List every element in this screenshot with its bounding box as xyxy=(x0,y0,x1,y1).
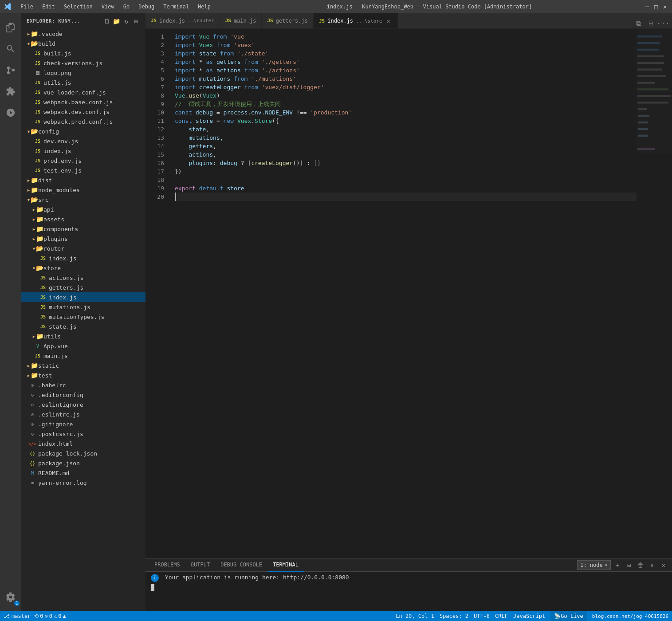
menu-file[interactable]: File xyxy=(17,3,37,11)
tree-item[interactable]: ⊙.gitignore xyxy=(21,419,145,429)
tree-item[interactable]: JSactions.js xyxy=(21,273,145,283)
tree-item[interactable]: ⊙.editorconfig xyxy=(21,390,145,400)
tree-item[interactable]: ▸📁test xyxy=(21,370,145,380)
tree-item[interactable]: ▸📁plugins xyxy=(21,234,145,244)
folder-open-icon: ▾📂 xyxy=(28,39,36,47)
trash-icon[interactable]: 🗑 xyxy=(636,560,645,570)
panel-tab-terminal[interactable]: TERMINAL xyxy=(267,558,304,572)
menu-selection[interactable]: Selection xyxy=(60,3,96,11)
tree-item[interactable]: ⊙.babelrc xyxy=(21,380,145,390)
tree-item[interactable]: JSwebpack.base.conf.js xyxy=(21,97,145,107)
tree-item[interactable]: ≡yarn-error.log xyxy=(21,478,145,487)
sync-status[interactable]: ⟲ 0 ⊗ 0 ⚠ 0 ▲ xyxy=(34,613,66,619)
tree-item[interactable]: ⊙.eslintrc.js xyxy=(21,409,145,419)
tree-item[interactable]: ▾📂store xyxy=(21,263,145,273)
tab-main[interactable]: JS main.js xyxy=(220,13,262,28)
collapse-icon[interactable]: ⊟ xyxy=(132,17,140,25)
cursor-position[interactable]: Ln 20, Col 1 xyxy=(396,613,434,619)
tree-item[interactable]: ▸📁dist xyxy=(21,175,145,185)
tree-item[interactable]: 🖼logo.png xyxy=(21,68,145,78)
tree-item[interactable]: JStest.env.js xyxy=(21,165,145,175)
tree-item[interactable]: ▾📂router xyxy=(21,244,145,253)
tree-item[interactable]: JSwebpack.dev.conf.js xyxy=(21,107,145,117)
tree-item[interactable]: JSstate.js xyxy=(21,322,145,331)
folder-open-icon: ▾📂 xyxy=(28,196,36,204)
activity-search[interactable] xyxy=(0,38,21,59)
minimize-button[interactable]: ─ xyxy=(644,4,650,9)
indentation[interactable]: Spaces: 2 xyxy=(440,613,468,619)
split-editor-icon[interactable]: ⧉ xyxy=(633,18,644,28)
layout-icon[interactable]: ⊞ xyxy=(645,18,656,28)
tree-item[interactable]: ▸📁static xyxy=(21,361,145,370)
tab-index-router[interactable]: JS index.js ..\router xyxy=(145,13,220,28)
tree-item[interactable]: JSbuild.js xyxy=(21,48,145,58)
tree-item[interactable]: MREADME.md xyxy=(21,468,145,478)
tree-item[interactable]: JSmain.js xyxy=(21,351,145,361)
tree-item[interactable]: ▸📁assets xyxy=(21,214,145,224)
activity-source-control[interactable] xyxy=(0,59,21,81)
tree-item[interactable]: JSutils.js xyxy=(21,78,145,87)
tree-item[interactable]: JSwebpack.prod.conf.js xyxy=(21,117,145,126)
refresh-icon[interactable]: ↻ xyxy=(122,17,130,25)
panel-tab-output[interactable]: OUTPUT xyxy=(185,558,215,572)
tab-index-store[interactable]: JS index.js ...\store ✕ xyxy=(314,13,398,28)
tree-item[interactable]: ▸📁api xyxy=(21,204,145,214)
panel-tab-problems[interactable]: PROBLEMS xyxy=(149,558,185,572)
more-icon[interactable]: ··· xyxy=(658,18,668,28)
tree-item[interactable]: ▸📁utils xyxy=(21,331,145,341)
maximize-button[interactable]: □ xyxy=(653,4,659,9)
git-branch[interactable]: ⎇ master xyxy=(4,613,31,619)
menu-terminal[interactable]: Terminal xyxy=(160,3,193,11)
language-mode[interactable]: JavaScript xyxy=(513,613,545,619)
tree-item[interactable]: JSindex.js xyxy=(21,253,145,263)
activity-extensions[interactable] xyxy=(0,81,21,102)
tree-item[interactable]: {}package.json xyxy=(21,458,145,468)
split-terminal-icon[interactable]: ⊟ xyxy=(624,560,634,570)
tree-item[interactable]: ⊙.postcssrc.js xyxy=(21,429,145,439)
activity-debug[interactable] xyxy=(0,102,21,123)
tree-item[interactable]: JSmutations.js xyxy=(21,302,145,312)
tree-item[interactable]: ⊙.eslintignore xyxy=(21,400,145,409)
tree-item[interactable]: JSdev.env.js xyxy=(21,136,145,146)
menu-debug[interactable]: Debug xyxy=(135,3,158,11)
csdn-link[interactable]: blog.csdn.net/jog_40615826 xyxy=(592,613,668,619)
menu-edit[interactable]: Edit xyxy=(39,3,59,11)
menu-go[interactable]: Go xyxy=(120,3,133,11)
tree-item[interactable]: JSvue-loader.conf.js xyxy=(21,87,145,97)
tree-item[interactable]: ▾📂build xyxy=(21,39,145,48)
encoding[interactable]: UTF-8 xyxy=(474,613,490,619)
menu-help[interactable]: Help xyxy=(194,3,214,11)
line-ending[interactable]: CRLF xyxy=(495,613,508,619)
tab-getters[interactable]: JS getters.js xyxy=(262,13,314,28)
tree-item[interactable]: ▸📁node_modules xyxy=(21,185,145,195)
terminal-add-icon[interactable]: + xyxy=(613,560,622,570)
tree-item[interactable]: JSprod.env.js xyxy=(21,156,145,165)
close-panel-icon[interactable]: ✕ xyxy=(659,560,668,570)
tree-item[interactable]: JSmutationTypes.js xyxy=(21,312,145,322)
maximize-panel-icon[interactable]: ∧ xyxy=(647,560,657,570)
tree-item[interactable]: </>index.html xyxy=(21,439,145,448)
terminal-dropdown[interactable]: 1: node ▾ xyxy=(577,560,611,570)
tree-item[interactable]: ▾📂config xyxy=(21,126,145,136)
code-content[interactable]: import Vue from 'vue'import Vuex from 'v… xyxy=(168,29,637,558)
terminal-content[interactable]: i Your application is running here: http… xyxy=(145,572,672,611)
tree-item[interactable]: {}package-lock.json xyxy=(21,448,145,458)
tab-close-button[interactable]: ✕ xyxy=(385,17,392,24)
tree-item[interactable]: ▸📁.vscode xyxy=(21,29,145,39)
dot-file-icon: ⊙ xyxy=(28,420,36,428)
panel-tab-debug[interactable]: DEBUG CONSOLE xyxy=(215,558,267,572)
tree-item[interactable]: VApp.vue xyxy=(21,341,145,351)
new-folder-icon[interactable]: 📁 xyxy=(113,17,121,25)
tree-item[interactable]: JSindex.js xyxy=(21,292,145,302)
tree-item[interactable]: JSgetters.js xyxy=(21,283,145,292)
menu-view[interactable]: View xyxy=(98,3,118,11)
activity-settings[interactable]: 1 xyxy=(0,586,21,608)
tree-item[interactable]: ▾📂src xyxy=(21,195,145,204)
new-file-icon[interactable]: 🗋 xyxy=(103,17,111,25)
activity-explorer[interactable] xyxy=(0,17,21,38)
close-button[interactable]: ✕ xyxy=(662,4,668,9)
tree-item[interactable]: ▸📁components xyxy=(21,224,145,234)
go-live-button[interactable]: 📡 Go Live xyxy=(550,611,587,621)
tree-item[interactable]: JScheck-versions.js xyxy=(21,58,145,68)
tree-item[interactable]: JSindex.js xyxy=(21,146,145,156)
